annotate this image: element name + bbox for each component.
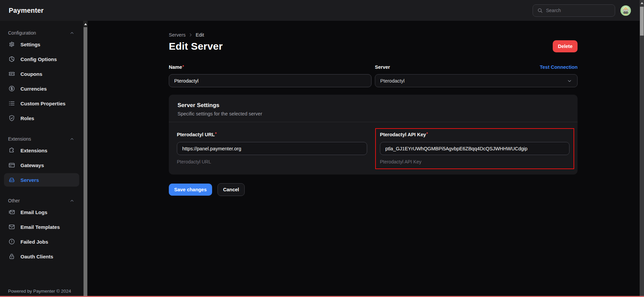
sidebar-scrollbar-thumb[interactable] xyxy=(84,27,87,297)
section-header-extensions[interactable]: Extensions xyxy=(0,136,83,142)
layout: Configuration Settings Config Options xyxy=(0,21,640,297)
sidebar-section-extensions: Extensions Extensions Gateways xyxy=(0,136,83,187)
sidebar-item-email-logs[interactable]: Email Logs xyxy=(4,205,79,219)
red-highlight-box: Pterodactyl API Key* Pterodactyl API Key xyxy=(375,128,574,169)
sidebar-item-label: Config Options xyxy=(20,56,57,62)
page-scrollbar-thumb[interactable] xyxy=(640,7,644,36)
sidebar-item-email-templates[interactable]: Email Templates xyxy=(4,220,79,234)
gear-icon xyxy=(8,41,15,48)
name-input[interactable] xyxy=(169,74,371,87)
cog-icon xyxy=(8,55,15,63)
sidebar-item-config-options[interactable]: Config Options xyxy=(4,52,79,66)
sidebar-item-coupons[interactable]: Coupons xyxy=(4,67,79,81)
page-title: Edit Server xyxy=(169,41,223,52)
required-mark: * xyxy=(215,132,217,136)
app-window: Paymenter xyxy=(0,0,640,297)
pterodactyl-api-key-field-group: Pterodactyl API Key* Pterodactyl API Key xyxy=(379,132,569,164)
delete-button[interactable]: Delete xyxy=(553,40,578,52)
puzzle-icon xyxy=(8,147,15,154)
card-body: Pterodactyl URL* Pterodactyl URL Pteroda… xyxy=(169,122,578,175)
pterodactyl-url-field-group: Pterodactyl URL* Pterodactyl URL xyxy=(177,132,367,164)
topbar: Paymenter xyxy=(0,0,640,21)
breadcrumb-servers[interactable]: Servers xyxy=(169,32,186,38)
list-bullet-icon xyxy=(8,100,15,107)
title-row: Edit Server Delete xyxy=(169,40,578,52)
name-label: Name* xyxy=(169,64,184,70)
server-select-value: Pterodactyl xyxy=(380,78,405,84)
sidebar-item-label: Currencies xyxy=(20,86,47,92)
topbar-right xyxy=(533,4,631,17)
breadcrumb: Servers Edit xyxy=(169,32,578,38)
card-subtitle: Specific settings for the selected serve… xyxy=(178,111,569,116)
sidebar-item-gateways[interactable]: Gateways xyxy=(4,158,79,172)
sidebar-item-label: Servers xyxy=(20,177,39,183)
main-panel: Servers Edit Edit Server Delete Name* xyxy=(88,21,640,297)
envelope-lines-icon xyxy=(8,208,15,216)
sidebar-item-label: Email Logs xyxy=(20,209,47,215)
required-mark: * xyxy=(183,64,184,69)
section-label: Configuration xyxy=(8,30,36,36)
chevron-up-icon xyxy=(69,137,75,142)
section-header-other[interactable]: Other xyxy=(0,197,83,204)
form-actions: Save changes Cancel xyxy=(169,183,578,196)
pterodactyl-api-key-helper: Pterodactyl API Key xyxy=(380,159,569,164)
sidebar-item-currencies[interactable]: Currencies xyxy=(4,82,79,95)
top-fields-row: Name* Server Test Connection Pterodactyl xyxy=(169,64,578,87)
search-icon xyxy=(537,7,543,13)
server-icon xyxy=(8,176,15,184)
scroll-up-arrow-icon[interactable] xyxy=(641,2,643,4)
sidebar-item-label: Gateways xyxy=(20,162,44,168)
card-header: Server Settings Specific settings for th… xyxy=(169,95,578,122)
page-scrollbar[interactable] xyxy=(640,0,644,297)
sidebar-section-configuration: Configuration Settings Config Options xyxy=(0,30,83,125)
section-header-configuration[interactable]: Configuration xyxy=(0,30,83,36)
section-label: Extensions xyxy=(8,136,31,142)
required-mark: * xyxy=(426,132,428,136)
pterodactyl-api-key-label: Pterodactyl API Key* xyxy=(380,132,428,137)
sidebar-item-label: Extensions xyxy=(20,148,47,153)
sidebar-scrollbar[interactable] xyxy=(83,21,88,297)
lock-icon xyxy=(8,253,15,260)
sidebar-item-label: Coupons xyxy=(20,71,42,77)
chevron-down-icon xyxy=(567,78,572,84)
sidebar-item-settings[interactable]: Settings xyxy=(4,38,79,51)
sidebar-item-oauth-clients[interactable]: Oauth Clients xyxy=(4,250,79,263)
search-box[interactable] xyxy=(533,4,615,17)
page-content: Servers Edit Edit Server Delete Name* xyxy=(169,32,578,196)
chevron-right-icon xyxy=(188,33,193,37)
sidebar-item-label: Email Templates xyxy=(20,224,60,230)
sidebar-item-failed-jobs[interactable]: Failed Jobs xyxy=(4,235,79,248)
sidebar-item-label: Custom Properties xyxy=(20,101,65,106)
currency-dollar-icon xyxy=(8,85,15,92)
sidebar-item-custom-properties[interactable]: Custom Properties xyxy=(4,97,79,110)
sidebar-item-servers[interactable]: Servers xyxy=(4,173,79,187)
test-connection-link[interactable]: Test Connection xyxy=(540,64,578,70)
server-select[interactable]: Pterodactyl xyxy=(375,74,578,87)
ticket-icon xyxy=(8,70,15,78)
sidebar-section-other: Other Email Logs Email Templates xyxy=(0,197,83,263)
sidebar-item-roles[interactable]: Roles xyxy=(4,111,79,125)
avatar[interactable] xyxy=(621,5,631,16)
save-changes-button[interactable]: Save changes xyxy=(169,184,212,196)
shield-check-icon xyxy=(8,114,15,122)
pterodactyl-url-input[interactable] xyxy=(177,142,367,155)
section-label: Other xyxy=(8,198,20,203)
scroll-up-arrow-icon[interactable] xyxy=(84,23,87,25)
pterodactyl-url-helper: Pterodactyl URL xyxy=(177,159,367,164)
server-label: Server xyxy=(375,64,390,70)
name-field-group: Name* xyxy=(169,64,371,87)
pterodactyl-api-key-input[interactable] xyxy=(380,142,569,155)
server-field-group: Server Test Connection Pterodactyl xyxy=(375,64,578,87)
sidebar-item-extensions[interactable]: Extensions xyxy=(4,144,79,157)
breadcrumb-edit: Edit xyxy=(196,32,204,38)
sidebar-item-label: Settings xyxy=(20,42,40,47)
sidebar-item-label: Roles xyxy=(20,115,34,121)
brand-logo: Paymenter xyxy=(9,7,44,14)
search-input[interactable] xyxy=(546,8,611,13)
sidebar: Configuration Settings Config Options xyxy=(0,21,83,297)
chevron-up-icon xyxy=(69,31,75,36)
exclamation-circle-icon xyxy=(8,238,15,245)
envelope-icon xyxy=(8,223,15,231)
credit-card-icon xyxy=(8,161,15,169)
cancel-button[interactable]: Cancel xyxy=(217,183,245,196)
